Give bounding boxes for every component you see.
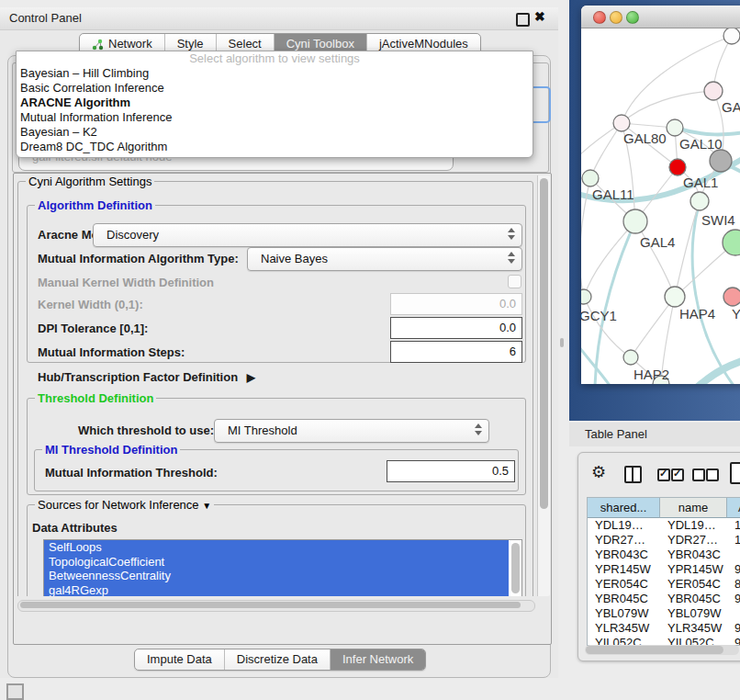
table-cell[interactable]: YLR345W (588, 621, 659, 636)
table-column-header[interactable]: shared... (588, 498, 660, 518)
algorithm-dropdown-item[interactable]: Dream8 DC_TDC Algorithm (17, 140, 533, 154)
float-window-icon[interactable] (516, 13, 530, 27)
network-node[interactable] (581, 289, 591, 304)
deselect-all-checkbox-icon[interactable] (692, 469, 705, 481)
table-cell[interactable]: YBR043C (660, 548, 726, 562)
mi-threshold-field[interactable]: 0.5 (387, 460, 515, 482)
dpi-tolerance-field[interactable]: 0.0 (390, 317, 522, 339)
table-row[interactable]: YLR345WYLR345W9. (588, 621, 740, 636)
data-attribute-item[interactable]: gal4RGexp (44, 583, 509, 597)
table-panel-title: Table Panel (585, 427, 647, 441)
hub-tf-definition-toggle[interactable]: Hub/Transcription Factor Definition ▶ (38, 370, 255, 385)
new-table-icon[interactable] (730, 462, 740, 484)
table-cell[interactable]: 9. (727, 592, 740, 606)
network-node-label: Y (732, 306, 740, 322)
table-cell[interactable]: 12 (727, 533, 740, 548)
close-traffic-light[interactable] (593, 11, 606, 24)
table-row[interactable]: YDR27…YDR27…12 (588, 533, 740, 548)
kernel-width-field[interactable]: 0.0 (390, 293, 522, 315)
table-cell[interactable]: 13 (727, 518, 740, 533)
minimize-traffic-light[interactable] (610, 11, 622, 24)
algorithm-dropdown-item[interactable]: Bayesian – Hill Climbing (17, 66, 533, 81)
network-node[interactable] (669, 159, 686, 175)
table-cell[interactable] (727, 548, 740, 562)
select-all-checkbox-icon[interactable] (671, 469, 684, 481)
network-node[interactable] (723, 28, 740, 44)
network-node[interactable] (582, 170, 599, 186)
network-window-titlebar[interactable] (581, 6, 740, 28)
mi-algorithm-type-value: Naive Bayes (261, 252, 328, 265)
table-column-header[interactable]: A (727, 498, 740, 518)
data-attribute-item[interactable]: SelfLoops (44, 540, 509, 555)
table-cell[interactable]: 9. (727, 621, 740, 636)
table-row[interactable]: YBR045CYBR045C9. (588, 592, 740, 606)
network-node[interactable] (665, 287, 685, 307)
network-node[interactable] (667, 119, 683, 136)
table-cell[interactable]: 8. (727, 577, 740, 592)
table-cell[interactable]: YDR27… (588, 533, 659, 548)
table-cell[interactable]: YDL19… (660, 518, 726, 533)
algorithm-dropdown-item[interactable]: ARACNE Algorithm (17, 96, 533, 110)
table-row[interactable]: YBR043CYBR043C (588, 548, 740, 562)
table-cell[interactable]: YPR145W (660, 562, 726, 577)
settings-horizontal-scrollbar[interactable] (17, 600, 535, 612)
tab-impute-data[interactable]: Impute Data (135, 649, 225, 670)
table-horizontal-scrollbar[interactable] (585, 645, 739, 655)
settings-vertical-scrollbar-thumb[interactable] (540, 178, 548, 509)
settings-horizontal-scrollbar-thumb[interactable] (20, 602, 521, 608)
column-layout-icon[interactable] (624, 466, 642, 483)
network-window[interactable]: GALGAL80GAL10GAL1GAL11SWI4GAL4GCY1HAP4YH… (581, 6, 740, 384)
aracne-mode-combobox[interactable]: Discovery (93, 223, 522, 247)
table-cell[interactable]: 9. (727, 562, 740, 577)
table-cell[interactable]: YER054C (660, 577, 726, 592)
minimized-panel-icon[interactable] (6, 683, 24, 700)
tab-infer-network[interactable]: Infer Network (331, 649, 425, 670)
table-cell[interactable]: YLR345W (660, 621, 726, 636)
algorithm-dropdown-item[interactable]: Mutual Information Inference (17, 110, 533, 125)
table-cell[interactable] (727, 606, 740, 621)
table-cell[interactable]: YBL079W (588, 606, 659, 621)
table-row[interactable]: YBL079WYBL079W (588, 606, 740, 621)
mi-steps-field[interactable]: 6 (390, 341, 522, 363)
aracne-mode-value: Discovery (107, 228, 159, 242)
algorithm-dropdown-item[interactable]: Basic Correlation Inference (17, 81, 533, 96)
data-attribute-item[interactable]: BetweennessCentrality (44, 569, 509, 583)
table-cell[interactable]: YPR145W (588, 562, 659, 577)
table-row[interactable]: YPR145WYPR145W9. (588, 562, 740, 577)
table-row[interactable]: YER054CYER054C8. (588, 577, 740, 592)
zoom-traffic-light[interactable] (626, 11, 639, 24)
network-node-label: SWI4 (701, 212, 735, 228)
table-row[interactable]: YDL19…YDL19…13 (588, 518, 740, 533)
tab-discretize-data[interactable]: Discretize Data (225, 649, 331, 670)
algorithm-dropdown-item[interactable]: Bayesian – K2 (17, 125, 533, 140)
network-node[interactable] (623, 209, 647, 233)
which-threshold-combobox[interactable]: MI Threshold (214, 419, 489, 443)
network-node[interactable] (723, 288, 740, 306)
panel-splitter-handle[interactable] (560, 338, 564, 347)
select-all-checkbox-icon[interactable] (657, 469, 670, 481)
network-node[interactable] (704, 82, 723, 100)
manual-kernel-width-checkbox[interactable] (508, 275, 521, 288)
close-icon[interactable]: ✖ (534, 9, 545, 24)
network-node[interactable] (623, 350, 638, 365)
settings-vertical-scrollbar[interactable] (537, 175, 550, 596)
table-cell[interactable]: YBL079W (660, 606, 726, 621)
table-cell[interactable]: YBR045C (660, 592, 726, 606)
data-attribute-item[interactable]: TopologicalCoefficient (44, 555, 509, 570)
table-cell[interactable]: YDL19… (588, 518, 659, 533)
table-cell[interactable]: YBR045C (588, 592, 659, 606)
sources-group-title[interactable]: Sources for Network Inference ▼ (35, 498, 214, 513)
table-cell[interactable]: YDR27… (660, 533, 726, 548)
network-node[interactable] (613, 115, 630, 131)
gear-icon[interactable]: ⚙ (591, 464, 606, 480)
table-cell[interactable]: YER054C (588, 577, 659, 592)
network-canvas[interactable]: GALGAL80GAL10GAL1GAL11SWI4GAL4GCY1HAP4YH… (581, 28, 740, 384)
mi-algorithm-type-combobox[interactable]: Naive Bayes (247, 247, 522, 271)
list-scrollbar-thumb[interactable] (511, 543, 520, 593)
network-node[interactable] (710, 150, 732, 172)
table-column-header[interactable]: name (660, 498, 727, 518)
network-node[interactable] (690, 192, 709, 210)
deselect-all-checkbox-icon[interactable] (706, 469, 719, 481)
table-cell[interactable]: YBR043C (588, 548, 659, 562)
table-horizontal-scrollbar-thumb[interactable] (586, 646, 723, 654)
